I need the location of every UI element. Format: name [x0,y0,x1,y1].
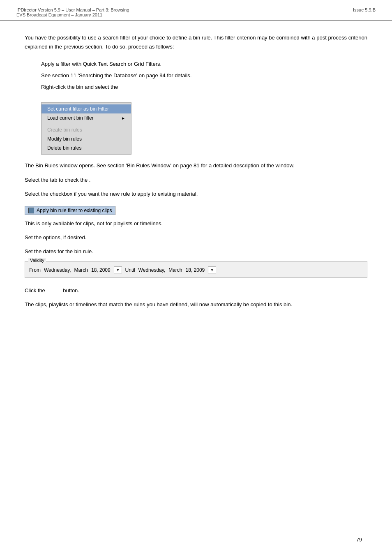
validity-box: Validity From Wednesday, March 18, 2009 … [25,261,367,278]
until-date: 18, 2009 [186,267,205,273]
page-number: 79 [356,537,362,543]
step-2: See section 11 'Searching the Database' … [41,71,367,80]
only-available-text: This is only available for clips, not fo… [25,219,367,228]
header-title: IPDirector Version 5.9 – User Manual – P… [16,7,129,12]
set-dates-text: Set the dates for the bin rule. [25,247,367,256]
click-prefix: Click the [25,287,45,294]
click-button: button. [63,287,79,294]
menu-item-delete-rules[interactable]: Delete bin rules [42,143,131,153]
menu-item-delete-rules-label: Delete bin rules [47,145,81,151]
click-text: Click the button. [25,286,367,295]
page-header: IPDirector Version 5.9 – User Manual – P… [0,0,392,21]
from-month: March [74,267,88,273]
step-3: Right-click the bin and select the [41,83,367,92]
menu-item-set-filter-label: Set current filter as bin Filter [47,106,109,112]
validity-row: From Wednesday, March 18, 2009 ▼ Until W… [29,266,363,273]
checkbox-button[interactable]: Apply bin rule filter to existing clips [25,206,115,215]
select-checkbox-text: Select the checkbox if you want the new … [25,190,367,199]
header-subtitle: EVS Broadcast Equipment – January 2011 [16,12,129,17]
intro-paragraph: You have the possibility to use a search… [25,33,367,51]
validity-legend: Validity [28,258,46,263]
final-paragraph: The clips, playlists or timelines that m… [25,300,367,309]
menu-item-load-filter-label: Load current bin filter [47,115,94,121]
until-label: Until [125,267,135,273]
until-day: Wednesday, [138,267,166,273]
from-label: From [29,267,41,273]
from-dropdown[interactable]: ▼ [114,266,122,273]
bin-rules-window-text: The Bin Rules window opens. See section … [25,161,367,170]
menu-divider-1 [42,124,131,124]
menu-item-create-rules: Create bin rules [42,125,131,134]
page-footer: 79 [351,535,367,543]
menu-item-modify-rules[interactable]: Modify bin rules [42,134,131,143]
from-date: 18, 2009 [91,267,111,273]
menu-item-load-filter-arrow: ► [121,116,125,120]
from-day: Wednesday, [44,267,71,273]
menu-item-modify-rules-label: Modify bin rules [47,136,82,142]
checkbox-icon [28,208,34,213]
checkbox-button-label: Apply bin rule filter to existing clips [37,208,112,213]
from-dropdown-arrow: ▼ [116,268,120,272]
step-1: Apply a filter with Quick Text Search or… [41,60,367,69]
until-month: March [168,267,182,273]
menu-item-set-filter[interactable]: Set current filter as bin Filter [42,104,131,113]
menu-item-load-filter[interactable]: Load current bin filter ► [42,113,131,123]
context-menu: Set current filter as bin Filter Load cu… [41,102,131,155]
until-dropdown[interactable]: ▼ [208,266,216,273]
header-issue: Issue 5.9.B [353,7,376,17]
until-dropdown-arrow: ▼ [210,268,214,272]
set-options-text: Set the options, if desired. [25,233,367,242]
step-3-prefix: Right-click the bin and select the [41,84,118,90]
menu-item-create-rules-label: Create bin rules [47,127,82,133]
select-tab-text: Select the tab to check the . [25,176,367,185]
